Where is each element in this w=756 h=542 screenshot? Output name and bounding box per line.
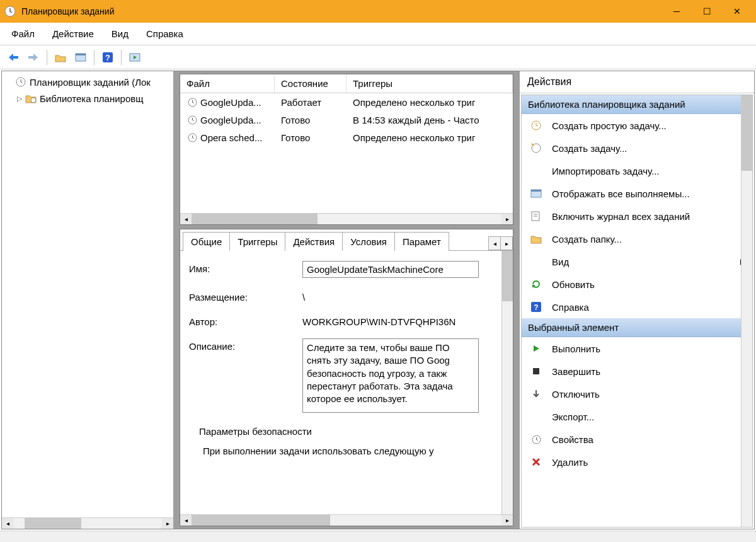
menu-action[interactable]: Действие — [43, 25, 103, 43]
minimize-button[interactable]: ─ — [662, 0, 692, 23]
action-refresh[interactable]: Обновить — [522, 273, 752, 296]
tab-params[interactable]: Парамет — [394, 232, 449, 251]
action-label: Создать задачу... — [552, 143, 627, 154]
chevron-right-icon[interactable]: ▷ — [14, 95, 25, 103]
help-icon: ? — [529, 301, 543, 313]
tab-scroll-left-button[interactable]: ◂ — [488, 236, 501, 250]
task-list-header: Файл Состояние Триггеры — [180, 74, 513, 93]
folder-clock-icon — [25, 92, 37, 105]
nav-back-button[interactable] — [4, 49, 23, 66]
run-task-button[interactable] — [125, 49, 144, 66]
task-list: Файл Состояние Триггеры GoogleUpda... Ра… — [180, 74, 513, 225]
description-field[interactable] — [302, 338, 479, 413]
svg-rect-2 — [28, 56, 34, 59]
status-bar — [0, 531, 756, 542]
actions-panel: Действия Библиотека планировщика заданий… — [520, 71, 754, 529]
tree-panel: Планировщик заданий (Лок ▷ Библиотека пл… — [2, 71, 177, 529]
action-label: Создать папку... — [552, 234, 622, 245]
action-run[interactable]: Выполнить — [522, 337, 752, 360]
task-file: GoogleUpda... — [200, 115, 261, 125]
detail-horizontal-scrollbar[interactable]: ◂▸ — [180, 514, 513, 526]
svg-text:?: ? — [105, 53, 110, 62]
action-label: Выполнить — [552, 343, 600, 354]
menu-view[interactable]: Вид — [103, 25, 137, 43]
detail-vertical-scrollbar[interactable] — [501, 251, 513, 514]
task-state: Готово — [275, 132, 346, 143]
task-state: Работает — [275, 97, 346, 108]
column-header-file[interactable]: Файл — [180, 74, 275, 93]
task-row[interactable]: Opera sched... Готово Определено несколь… — [180, 129, 513, 146]
action-help[interactable]: ? Справка — [522, 296, 752, 318]
toolbar: ? — [0, 45, 756, 69]
tree-horizontal-scrollbar[interactable]: ◂▸ — [2, 517, 173, 529]
actions-section-selected[interactable]: Выбранный элемент ▲ — [522, 318, 752, 337]
refresh-icon — [529, 278, 543, 291]
blank-icon — [529, 410, 543, 423]
nav-forward-button[interactable] — [24, 49, 43, 66]
section-label: Выбранный элемент — [528, 322, 619, 333]
tab-actions[interactable]: Действия — [285, 232, 343, 251]
tree-library-label: Библиотека планировщ — [40, 93, 144, 104]
task-state: Готово — [275, 115, 346, 125]
detail-body: Имя: Размещение: \ Автор: WORKGROUP\WIN-… — [180, 251, 513, 526]
new-task-icon — [529, 142, 543, 154]
actions-panel-title: Действия — [520, 71, 754, 93]
tab-scroll-right-button[interactable]: ▸ — [500, 236, 513, 250]
disable-icon — [529, 388, 543, 400]
name-field[interactable] — [302, 261, 479, 278]
menu-file[interactable]: Файл — [3, 25, 43, 43]
action-label: Вид — [552, 257, 569, 267]
actions-body: Библиотека планировщика заданий ▲ Создат… — [521, 95, 753, 528]
action-import-task[interactable]: Импортировать задачу... — [522, 159, 752, 182]
help-button[interactable]: ? — [98, 49, 117, 66]
menu-help[interactable]: Справка — [137, 25, 192, 43]
action-create-basic-task[interactable]: Создать простую задачу... — [522, 114, 752, 137]
toggle-console-button[interactable] — [71, 49, 90, 66]
action-enable-log[interactable]: Включить журнал всех заданий — [522, 205, 752, 228]
action-delete[interactable]: Удалить — [522, 451, 752, 473]
action-label: Завершить — [552, 366, 600, 377]
maximize-button[interactable]: ☐ — [692, 0, 722, 23]
tree-library-node[interactable]: ▷ Библиотека планировщ — [2, 90, 173, 107]
close-button[interactable]: ✕ — [722, 0, 752, 23]
actions-vertical-scrollbar[interactable] — [741, 95, 752, 527]
action-export[interactable]: Экспорт... — [522, 405, 752, 428]
task-list-horizontal-scrollbar[interactable]: ◂▸ — [180, 213, 513, 224]
security-group-label: Параметры безопасности — [199, 426, 513, 437]
action-properties[interactable]: Свойства — [522, 428, 752, 451]
section-label: Библиотека планировщика заданий — [528, 99, 685, 110]
author-value: WORKGROUP\WIN-DTVFQHPI36N — [302, 314, 513, 327]
action-view[interactable]: Вид ▶ — [522, 250, 752, 273]
task-row[interactable]: GoogleUpda... Готово В 14:53 каждый день… — [180, 111, 513, 129]
detail-tabs: Общие Триггеры Действия Условия Парамет … — [180, 229, 513, 251]
clock-icon — [186, 96, 198, 108]
action-new-folder[interactable]: Создать папку... — [522, 228, 752, 250]
action-label: Справка — [552, 302, 589, 313]
column-header-state[interactable]: Состояние — [275, 74, 346, 93]
action-disable[interactable]: Отключить — [522, 383, 752, 405]
action-label: Удалить — [552, 457, 588, 468]
tab-triggers[interactable]: Триггеры — [229, 232, 285, 251]
action-label: Включить журнал всех заданий — [552, 211, 690, 222]
tree-root-label: Планировщик заданий (Лок — [30, 77, 151, 88]
stop-icon — [529, 365, 543, 378]
actions-section-library[interactable]: Библиотека планировщика заданий ▲ — [522, 95, 752, 114]
folder-up-button[interactable] — [51, 49, 70, 66]
action-show-running[interactable]: Отображать все выполняемы... — [522, 182, 752, 205]
author-label: Автор: — [189, 314, 302, 327]
tab-conditions[interactable]: Условия — [342, 232, 395, 251]
properties-icon — [529, 433, 543, 446]
task-row[interactable]: GoogleUpda... Работает Определено нескол… — [180, 93, 513, 111]
action-label: Импортировать задачу... — [552, 166, 659, 176]
tree-root-node[interactable]: Планировщик заданий (Лок — [2, 74, 173, 90]
column-header-triggers[interactable]: Триггеры — [346, 74, 513, 93]
action-end[interactable]: Завершить — [522, 360, 752, 383]
tab-general[interactable]: Общие — [183, 232, 230, 251]
action-label: Свойства — [552, 434, 593, 445]
name-label: Имя: — [189, 261, 302, 274]
task-detail-panel: Общие Триггеры Действия Условия Парамет … — [180, 229, 513, 526]
task-file: GoogleUpda... — [200, 97, 261, 108]
action-create-task[interactable]: Создать задачу... — [522, 137, 752, 159]
menu-bar: Файл Действие Вид Справка — [0, 23, 756, 45]
svg-rect-22 — [533, 368, 539, 374]
